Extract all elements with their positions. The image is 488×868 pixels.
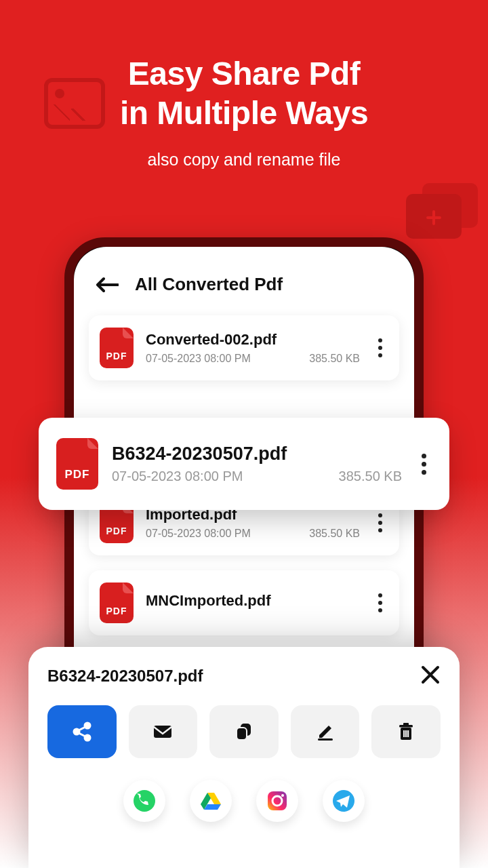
instagram-icon[interactable] <box>256 780 298 822</box>
file-row[interactable]: PDF MNCImported.pdf <box>89 570 399 635</box>
sheet-filename: B6324-20230507.pdf <box>47 667 203 686</box>
hero-subtitle: also copy and rename file <box>0 150 488 170</box>
google-drive-icon[interactable] <box>190 780 232 822</box>
svg-point-16 <box>281 794 284 797</box>
file-name: B6324-20230507.pdf <box>112 443 402 465</box>
svg-rect-11 <box>405 730 407 737</box>
file-size: 385.50 KB <box>309 353 360 365</box>
more-icon[interactable] <box>372 511 388 535</box>
decor-image-icon <box>44 78 105 129</box>
more-icon[interactable] <box>372 336 388 360</box>
svg-rect-10 <box>403 730 405 737</box>
close-icon[interactable] <box>420 665 441 688</box>
email-button[interactable] <box>129 705 198 758</box>
action-sheet: B6324-20230507.pdf <box>28 647 460 868</box>
rename-button[interactable] <box>291 705 360 758</box>
whatsapp-icon[interactable] <box>123 780 165 822</box>
pdf-icon: PDF <box>56 438 98 490</box>
pdf-icon: PDF <box>100 583 134 623</box>
file-date: 07-05-2023 08:00 PM <box>146 528 251 540</box>
decor-folder-icon <box>406 183 478 239</box>
share-button[interactable] <box>47 705 117 758</box>
telegram-icon[interactable] <box>323 780 365 822</box>
svg-rect-14 <box>268 791 287 810</box>
file-name: Converted-002.pdf <box>146 331 360 349</box>
file-name: MNCImported.pdf <box>146 592 360 610</box>
more-icon[interactable] <box>415 451 432 477</box>
svg-rect-12 <box>407 730 409 737</box>
file-date: 07-05-2023 08:00 PM <box>146 353 251 365</box>
svg-rect-3 <box>154 726 171 738</box>
svg-rect-5 <box>237 728 247 740</box>
file-size: 385.50 KB <box>339 469 402 484</box>
file-date: 07-05-2023 08:00 PM <box>112 469 243 484</box>
file-row-selected[interactable]: PDF B6324-20230507.pdf 07-05-2023 08:00 … <box>39 418 449 510</box>
svg-rect-9 <box>403 723 409 726</box>
page-title: All Converted Pdf <box>135 274 283 295</box>
file-size: 385.50 KB <box>309 528 360 540</box>
delete-button[interactable] <box>371 705 441 758</box>
back-icon[interactable] <box>96 277 119 293</box>
svg-rect-6 <box>318 738 333 741</box>
more-icon[interactable] <box>372 591 388 615</box>
copy-button[interactable] <box>209 705 279 758</box>
file-row[interactable]: PDF Converted-002.pdf 07-05-2023 08:00 P… <box>89 315 399 380</box>
svg-point-13 <box>134 790 155 812</box>
pdf-icon: PDF <box>100 328 134 368</box>
